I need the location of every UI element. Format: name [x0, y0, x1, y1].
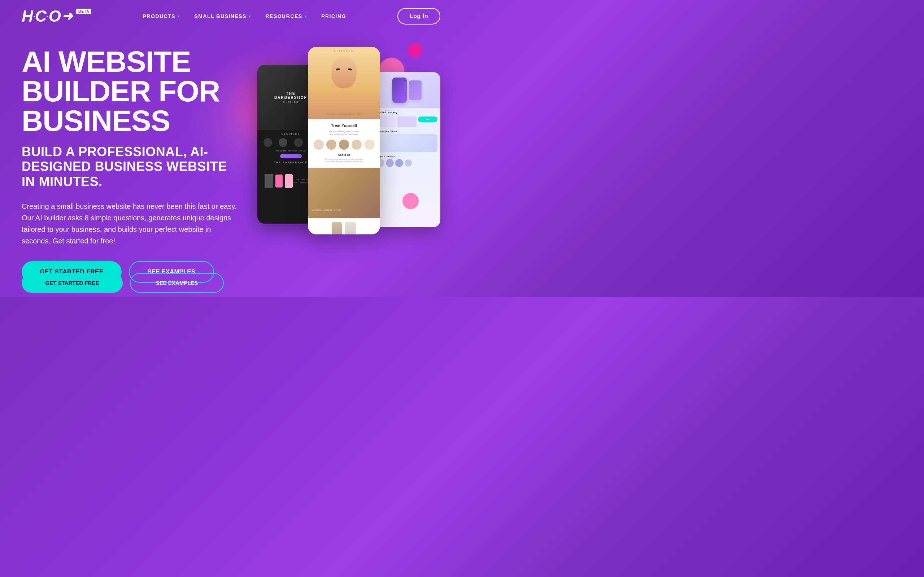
about-text: We are a team of dedicated skincare spec… [312, 158, 376, 163]
product-circle [339, 140, 349, 150]
nav-link-resources[interactable]: RESOURCES ▾ [265, 13, 307, 19]
cta-bar-primary[interactable]: GET STARTED FREE [22, 273, 123, 293]
skincare-brand-label: SKINCARE [334, 50, 354, 52]
product-circle [365, 140, 375, 150]
skincare-bottle-1 [332, 222, 342, 234]
face-illustration: SKINCARE Take pleasure in your own skin [308, 47, 380, 119]
logo-arrow: ➜ [62, 9, 73, 24]
bottom-cta-strip: GET STARTED FREE SEE EXAMPLES [0, 268, 462, 297]
nav-item-resources[interactable]: RESOURCES ▾ [265, 13, 307, 19]
beta-badge: BETA [76, 9, 91, 14]
avatar-4 [405, 160, 412, 167]
cta-bar-primary-label: GET STARTED FREE [45, 280, 99, 286]
cta-bar-secondary-label: SEE EXAMPLES [156, 280, 198, 286]
hero-title: AI WEBSITE BUILDER FOR BUSINESS [22, 47, 239, 135]
product-circle [352, 140, 362, 150]
navbar: H · C · O ➜ BETA PRODUCTS ▾ SMALL BUSINE… [0, 0, 462, 32]
treat-yourself-title: Treat Yourself [312, 123, 376, 128]
women-collage: Our most popular items right now [308, 168, 380, 218]
right-phone-header [373, 72, 440, 108]
right-phone-body: Product category SHOP Live in the future… [373, 108, 440, 170]
product-circle [313, 140, 324, 150]
product-circles-row [312, 140, 376, 150]
nav-item-products[interactable]: PRODUCTS ▾ [142, 13, 180, 19]
phone-center-mockup: SKINCARE Take pleasure in your own skin … [308, 47, 380, 234]
hero-section: AI WEBSITE BUILDER FOR BUSINESS BUILD A … [0, 32, 462, 297]
phone-center-body: Treat Yourself We take pride in giving y… [308, 119, 380, 168]
nav-links: PRODUCTS ▾ SMALL BUSINESS ▾ RESOURCES ▾ … [142, 13, 346, 19]
barbershop-name: THE BARBERSHOP [274, 92, 307, 100]
reviewer-avatars [376, 159, 438, 167]
nav-link-small-business[interactable]: SMALL BUSINESS ▾ [195, 13, 251, 19]
treat-yourself-desc: We take pride in giving you onlythe best… [312, 130, 376, 136]
tech-image-placeholder [376, 134, 438, 152]
barbershop-tagline: SINCE 1987 [274, 101, 307, 103]
nav-item-pricing[interactable]: PRICING [321, 13, 346, 19]
nav-link-products[interactable]: PRODUCTS ▾ [142, 13, 180, 19]
product-bottle-3 [285, 174, 293, 188]
phone-center-bottom: Our most popular items right now [308, 168, 380, 218]
about-section-title: About us [312, 153, 376, 156]
popular-items-label: Our most popular items right now [312, 209, 341, 211]
logo[interactable]: H · C · O ➜ [22, 7, 73, 25]
phone-product-2 [409, 81, 422, 100]
phone-product-1 [393, 77, 407, 103]
barbershop-products [265, 174, 293, 188]
eye-right [348, 68, 353, 71]
face-tagline: Take pleasure in your own skin [327, 113, 361, 115]
product-card [397, 116, 417, 127]
skincare-bottle-2 [345, 222, 356, 234]
hero-subtitle: BUILD A PROFESSIONAL, AI-DESIGNED BUSINE… [22, 144, 239, 189]
service-icon [279, 138, 287, 147]
login-button[interactable]: Log In [397, 8, 440, 24]
product-bottle-1 [265, 174, 273, 188]
product-card: SHOP [418, 116, 438, 122]
pink-circle-bottom [402, 193, 419, 209]
nav-link-pricing[interactable]: PRICING [321, 13, 346, 19]
live-future-label: Live in the future [376, 130, 438, 133]
logo-o: O [49, 7, 62, 25]
barbershop-text: THE BARBERSHOP SINCE 1987 [274, 92, 307, 103]
book-button-mockup [280, 154, 302, 158]
chevron-down-icon: ▾ [249, 15, 251, 18]
skincare-products-row [308, 218, 380, 234]
logo-c: C [35, 7, 47, 25]
product-circle [326, 140, 336, 150]
logo-h: H [22, 7, 34, 25]
cta-bar-secondary[interactable]: SEE EXAMPLES [130, 273, 224, 293]
logo-area: H · C · O ➜ BETA [22, 7, 91, 25]
pink-circle-small [408, 43, 422, 58]
chevron-down-icon: ▾ [178, 15, 180, 18]
product-category-label: Product category [376, 111, 438, 114]
phone-center-header: SKINCARE Take pleasure in your own skin [308, 47, 380, 119]
hero-images-area: THE BARBERSHOP SINCE 1987 SERVICES Hairc… [247, 36, 440, 281]
hero-description: Creating a small business website has ne… [22, 200, 238, 247]
phone-product-display [393, 77, 422, 103]
eye-left [336, 68, 340, 71]
service-icon [263, 138, 272, 147]
product-bottle-2 [275, 174, 283, 187]
hero-content: AI WEBSITE BUILDER FOR BUSINESS BUILD A … [22, 40, 239, 283]
avatar-2 [386, 159, 394, 167]
buyer-reviews-label: Buyers reviews [376, 155, 438, 158]
avatar-3 [395, 159, 403, 167]
service-icon [294, 138, 303, 147]
chevron-down-icon: ▾ [305, 15, 307, 18]
nav-item-small-business[interactable]: SMALL BUSINESS ▾ [195, 13, 251, 19]
face-oval [331, 56, 357, 89]
product-grid: SHOP [376, 116, 438, 127]
